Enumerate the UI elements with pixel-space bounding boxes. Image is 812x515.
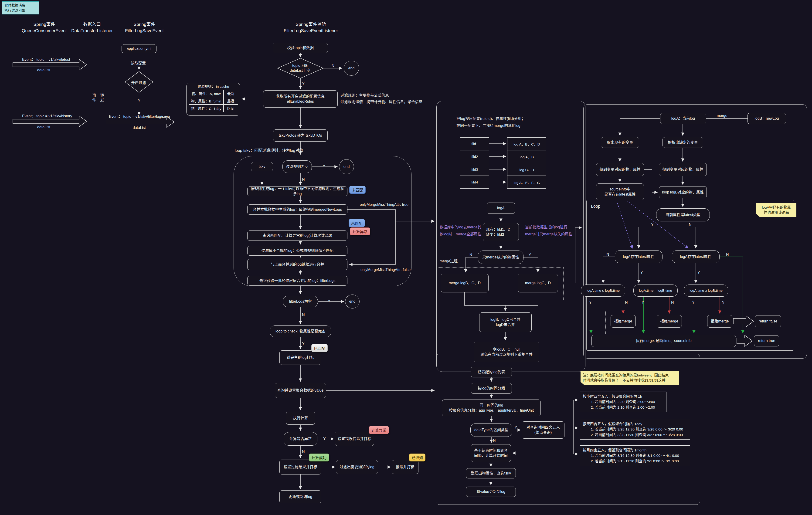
read-config-label: 读取配置 — [131, 60, 146, 66]
rule-note-2: 过滤规则详情：携带计算物、属性信息；聚合信息 — [341, 99, 423, 104]
node-line: 按聚合信息分组：aggType、 aggInterval、timeUnit — [449, 408, 534, 413]
time-ge-yes: Y — [692, 300, 695, 305]
decision-topic-valid: topic正确 dataList非空 — [290, 63, 310, 73]
node-convert-dto: tskvProtos 转为 tskvDTOs — [273, 129, 328, 142]
badge-notified: 已通知 — [409, 454, 426, 461]
node-calc-start-time: 基于结束时间和聚合 间隔，计算开始时间 — [471, 444, 511, 462]
cache-row-key: 物、属性：A, now — [188, 90, 224, 97]
topic-valid-yes: Y — [302, 82, 304, 86]
note-cur-merge-1: 当前批数据生成的log进行 — [525, 224, 567, 230]
example-line: 1. 若当前时间为 3/28 12:30 则查询 3/28 0:00 ～ 3/2… — [583, 427, 687, 432]
node-label: logA存在latest属性 — [623, 254, 654, 260]
decision-loga-has-latest-left: logA存在latest属性 — [615, 250, 663, 263]
node-filter-invalid: 过滤掉不合规的log：公式与规则详情不匹配 — [247, 246, 347, 255]
node-got-attrs-left: 得到变量对应的物、属性 — [596, 163, 644, 176]
decision-time-eq: logA.time = logB.time — [633, 284, 678, 297]
datatype-no: N — [493, 438, 496, 443]
node-reject-merge-1: 拒绝merge — [611, 315, 636, 328]
example-monthly-rounding: 按月四舍五入，假设聚合间隔为 1month 1. 若当前时间为 3/16 12:… — [580, 445, 690, 466]
sticky-note-between: 注：底层按时间范围查询使用的是between，因此结束 时间就直接取临界值了，不… — [581, 371, 679, 385]
node-validate-topic: 校验topic和数据 — [273, 43, 328, 53]
cur-latest-no: N — [689, 222, 692, 227]
cache-row-key: 物、属性：C, 1day — [188, 104, 224, 112]
node-take-existing-vars: 取出现有的变量 — [601, 137, 639, 148]
sticky-note-loga-logic: logA中已有的物属 性也适用该逻辑 — [756, 203, 796, 217]
cache-title: 过滤规则： in cache — [198, 84, 229, 89]
node-parse-missing-vars: 解析出缺少的变量 — [663, 137, 703, 148]
node-round-query-time: 对查询时间四舍五入 (整点查询) — [522, 421, 564, 438]
node-label: end — [349, 299, 355, 304]
node-label: loop to check: 物属性是否完备 — [276, 329, 325, 334]
node-line: 现有：fild1、2 — [486, 227, 510, 232]
node-label: 设置错误信息并打标 — [338, 436, 371, 442]
time-ge-no: N — [722, 300, 724, 305]
badge-not-matched-2: 未匹配 — [349, 219, 365, 227]
lane-header-data-entry: 数据入口 DataTransferListener — [71, 22, 113, 34]
node-label: logB：newLog — [754, 116, 779, 121]
node-execute-calc: 执行计算 — [286, 412, 315, 425]
rule-note-1: 过滤规则：主要携带公式信息 — [341, 92, 389, 98]
decision-line: topic正确 — [290, 63, 310, 68]
event-latest-payload: dataList — [37, 68, 50, 72]
node-query-unmatched: 查询未匹配、计算异常的log(计算次数≤10) — [247, 231, 347, 241]
node-merge-batch: 合并本批数据中生成的log：最终得到mergedNewLogs — [247, 205, 347, 215]
node-label: return false — [759, 319, 777, 324]
example-title: 按天四舍五入，假设聚合间隔为 1day — [583, 422, 642, 426]
merge-edge-label: merge — [717, 114, 727, 118]
loop-check-yes: Y — [302, 342, 304, 346]
node-update-value: 将value更新到log — [466, 487, 516, 497]
fild-key-table: fild1 fild2 fild3 fild4 — [460, 138, 489, 189]
node-label: 对完备的log打标 — [287, 355, 314, 360]
time-le-no: N — [625, 300, 628, 305]
badge-calc-ok: 计算成功 — [309, 454, 329, 461]
event-history-label: Event： topic = v1/tskv/history — [22, 113, 72, 119]
header-line: Spring事件 — [125, 22, 164, 28]
node-reject-merge-3: 拒绝merge — [707, 315, 732, 328]
node-set-error: 设置错误信息并打标 — [335, 432, 374, 446]
node-label: logA：当前log — [671, 116, 695, 121]
node-label: 过滤掉不合规的log：公式与规则详情不匹配 — [261, 248, 333, 253]
fild-logs: log A、B、C、D — [507, 138, 546, 150]
engine-note: 实时数据消费 执行过滤引擎 — [2, 1, 39, 14]
node-line: 缺少：fild3 — [486, 232, 504, 237]
node-label: 得到变量对应的物、属性 — [662, 167, 703, 172]
node-line: sourceInfo中 — [609, 187, 631, 192]
node-return-false: return false — [755, 315, 781, 327]
time-le-yes: Y — [589, 300, 592, 305]
only-merge-no: N — [469, 253, 472, 257]
decision-only-merge-missing: 只merge缺少的物属性 — [478, 250, 523, 264]
node-loop-check-complete: loop to check: 物属性是否完备 — [270, 326, 331, 337]
header-line: FilterLogSaveEventListener — [284, 28, 338, 34]
node-label: 拒绝merge — [660, 319, 678, 324]
node-return-true: return true — [754, 335, 779, 346]
node-mark-complete: 对完备的log打标 — [280, 351, 321, 365]
header-line: DataTransferListener — [71, 28, 113, 34]
node-loop-logb-attrs: loop logB对应的物、属性 — [659, 186, 707, 199]
decision-datatype-interval: dataType为区间类型 — [470, 423, 512, 437]
node-label: filterLogs为空 — [289, 299, 312, 304]
node-label: 解析出缺少的变量 — [668, 140, 698, 145]
node-tskv: tskv — [251, 162, 273, 171]
sticky-line: 注：底层按时间范围查询使用的是between，因此结束 — [583, 373, 676, 378]
node-label: dataType为区间类型 — [474, 427, 509, 432]
cache-row-value: 最近 — [224, 97, 238, 104]
node-line: 避免在当前过滤规则下重复合并 — [481, 352, 532, 357]
cache-row: 物、属性：A, now 最新 — [188, 90, 238, 97]
node-label: logA存在latest属性 — [680, 254, 711, 260]
node-line: 间隔，计算开始时间 — [474, 453, 508, 458]
node-end-3: end — [345, 295, 359, 308]
merge-group-desc-2: 在同一配置下，寻找待merge的其他log — [457, 122, 520, 128]
decision-empty-rule: 过滤规则为空 — [283, 160, 312, 173]
only-merge-true-label: onlyMergeMissThingAttr: true — [360, 203, 408, 207]
node-line: 是否存在latest属性 — [604, 192, 636, 197]
note-db-merge-2: 他log时，merge全部属性 — [440, 231, 481, 237]
node-line: 令logB、C = null — [493, 347, 520, 352]
node-label: 推送并打标 — [396, 464, 414, 469]
header-line: QueueConsumerEvent — [22, 28, 67, 34]
node-label: 执行计算 — [293, 416, 308, 421]
sticky-line: 时间就直接取临界值了，不去特地转成23:59:59这种 — [583, 378, 676, 383]
badge-not-matched-1: 未匹配 — [349, 186, 366, 194]
node-label: 与上面合并后的log继续进行合并 — [270, 262, 324, 267]
merge-group-desc-1: 把log按照配置(ruleId)、物属性(fild)分组； — [457, 116, 525, 121]
fild-logs: log A、E、F、G — [507, 176, 546, 189]
